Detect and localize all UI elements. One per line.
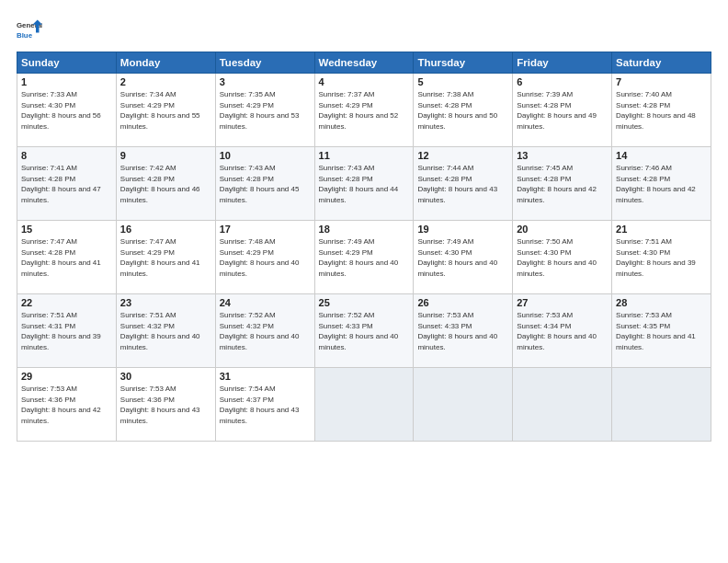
cell-text: Sunrise: 7:53 AMSunset: 4:36 PMDaylight:… — [21, 385, 101, 425]
calendar-cell: 11 Sunrise: 7:43 AMSunset: 4:28 PMDaylig… — [314, 147, 414, 221]
header-day-monday: Monday — [116, 52, 215, 74]
calendar-cell: 1 Sunrise: 7:33 AMSunset: 4:30 PMDayligh… — [17, 74, 117, 147]
cell-text: Sunrise: 7:46 AMSunset: 4:28 PMDaylight:… — [616, 164, 696, 204]
week-row-3: 15 Sunrise: 7:47 AMSunset: 4:28 PMDaylig… — [17, 221, 711, 294]
day-number: 14 — [616, 150, 707, 161]
calendar-cell: 24 Sunrise: 7:52 AMSunset: 4:32 PMDaylig… — [215, 294, 314, 368]
calendar-cell: 25 Sunrise: 7:52 AMSunset: 4:33 PMDaylig… — [314, 294, 414, 368]
cell-text: Sunrise: 7:41 AMSunset: 4:28 PMDaylight:… — [21, 164, 101, 204]
header-day-tuesday: Tuesday — [215, 52, 314, 74]
week-row-1: 1 Sunrise: 7:33 AMSunset: 4:30 PMDayligh… — [17, 74, 711, 147]
cell-text: Sunrise: 7:52 AMSunset: 4:33 PMDaylight:… — [319, 311, 399, 351]
calendar-cell: 12 Sunrise: 7:44 AMSunset: 4:28 PMDaylig… — [414, 147, 513, 221]
calendar-cell: 23 Sunrise: 7:51 AMSunset: 4:32 PMDaylig… — [116, 294, 215, 368]
day-number: 18 — [319, 224, 410, 235]
calendar-cell: 17 Sunrise: 7:48 AMSunset: 4:29 PMDaylig… — [215, 221, 314, 294]
day-number: 10 — [220, 150, 311, 161]
calendar-cell — [612, 368, 711, 442]
calendar-cell: 8 Sunrise: 7:41 AMSunset: 4:28 PMDayligh… — [17, 147, 117, 221]
calendar-cell: 19 Sunrise: 7:49 AMSunset: 4:30 PMDaylig… — [414, 221, 513, 294]
header-day-friday: Friday — [513, 52, 612, 74]
day-number: 11 — [319, 150, 410, 161]
day-number: 28 — [616, 297, 707, 308]
calendar-cell — [314, 368, 414, 442]
day-number: 7 — [616, 76, 707, 87]
cell-text: Sunrise: 7:51 AMSunset: 4:30 PMDaylight:… — [616, 237, 696, 278]
week-row-4: 22 Sunrise: 7:51 AMSunset: 4:31 PMDaylig… — [17, 294, 711, 368]
cell-text: Sunrise: 7:40 AMSunset: 4:28 PMDaylight:… — [616, 90, 696, 131]
cell-text: Sunrise: 7:43 AMSunset: 4:28 PMDaylight:… — [220, 164, 300, 204]
cell-text: Sunrise: 7:53 AMSunset: 4:34 PMDaylight:… — [517, 311, 597, 351]
cell-text: Sunrise: 7:49 AMSunset: 4:29 PMDaylight:… — [319, 237, 399, 278]
day-number: 29 — [21, 371, 112, 382]
header-day-sunday: Sunday — [17, 52, 117, 74]
day-number: 8 — [21, 150, 112, 161]
calendar-cell: 16 Sunrise: 7:47 AMSunset: 4:29 PMDaylig… — [116, 221, 215, 294]
day-number: 24 — [220, 297, 311, 308]
cell-text: Sunrise: 7:39 AMSunset: 4:28 PMDaylight:… — [517, 90, 597, 131]
cell-text: Sunrise: 7:53 AMSunset: 4:36 PMDaylight:… — [120, 385, 200, 425]
day-number: 16 — [120, 224, 211, 235]
day-number: 26 — [417, 297, 508, 308]
calendar-cell: 10 Sunrise: 7:43 AMSunset: 4:28 PMDaylig… — [215, 147, 314, 221]
day-number: 1 — [21, 76, 112, 87]
day-number: 31 — [220, 371, 311, 382]
header: General Blue — [17, 17, 711, 42]
day-number: 27 — [517, 297, 608, 308]
cell-text: Sunrise: 7:48 AMSunset: 4:29 PMDaylight:… — [220, 237, 300, 278]
cell-text: Sunrise: 7:35 AMSunset: 4:29 PMDaylight:… — [220, 90, 300, 131]
cell-text: Sunrise: 7:43 AMSunset: 4:28 PMDaylight:… — [319, 164, 399, 204]
cell-text: Sunrise: 7:45 AMSunset: 4:28 PMDaylight:… — [517, 164, 597, 204]
day-number: 12 — [417, 150, 508, 161]
calendar-cell — [414, 368, 513, 442]
day-number: 2 — [120, 76, 211, 87]
day-number: 13 — [517, 150, 608, 161]
cell-text: Sunrise: 7:38 AMSunset: 4:28 PMDaylight:… — [417, 90, 497, 131]
cell-text: Sunrise: 7:42 AMSunset: 4:28 PMDaylight:… — [120, 164, 200, 204]
calendar-cell: 13 Sunrise: 7:45 AMSunset: 4:28 PMDaylig… — [513, 147, 612, 221]
day-number: 6 — [517, 76, 608, 87]
day-number: 25 — [319, 297, 410, 308]
calendar-cell: 22 Sunrise: 7:51 AMSunset: 4:31 PMDaylig… — [17, 294, 117, 368]
day-number: 30 — [120, 371, 211, 382]
day-number: 9 — [120, 150, 211, 161]
week-row-2: 8 Sunrise: 7:41 AMSunset: 4:28 PMDayligh… — [17, 147, 711, 221]
day-number: 5 — [417, 76, 508, 87]
cell-text: Sunrise: 7:44 AMSunset: 4:28 PMDaylight:… — [417, 164, 497, 204]
calendar-cell: 29 Sunrise: 7:53 AMSunset: 4:36 PMDaylig… — [17, 368, 117, 442]
cell-text: Sunrise: 7:37 AMSunset: 4:29 PMDaylight:… — [319, 90, 399, 131]
calendar-cell: 28 Sunrise: 7:53 AMSunset: 4:35 PMDaylig… — [612, 294, 711, 368]
day-number: 3 — [220, 76, 311, 87]
header-day-thursday: Thursday — [414, 52, 513, 74]
cell-text: Sunrise: 7:50 AMSunset: 4:30 PMDaylight:… — [517, 237, 597, 278]
cell-text: Sunrise: 7:49 AMSunset: 4:30 PMDaylight:… — [417, 237, 497, 278]
calendar-cell: 20 Sunrise: 7:50 AMSunset: 4:30 PMDaylig… — [513, 221, 612, 294]
calendar-cell: 4 Sunrise: 7:37 AMSunset: 4:29 PMDayligh… — [314, 74, 414, 147]
calendar-cell: 5 Sunrise: 7:38 AMSunset: 4:28 PMDayligh… — [414, 74, 513, 147]
cell-text: Sunrise: 7:53 AMSunset: 4:35 PMDaylight:… — [616, 311, 696, 351]
calendar-cell: 27 Sunrise: 7:53 AMSunset: 4:34 PMDaylig… — [513, 294, 612, 368]
cell-text: Sunrise: 7:33 AMSunset: 4:30 PMDaylight:… — [21, 90, 101, 131]
logo: General Blue — [17, 17, 42, 42]
calendar-cell: 30 Sunrise: 7:53 AMSunset: 4:36 PMDaylig… — [116, 368, 215, 442]
calendar-cell: 21 Sunrise: 7:51 AMSunset: 4:30 PMDaylig… — [612, 221, 711, 294]
calendar-cell — [513, 368, 612, 442]
calendar-cell: 9 Sunrise: 7:42 AMSunset: 4:28 PMDayligh… — [116, 147, 215, 221]
calendar-cell: 26 Sunrise: 7:53 AMSunset: 4:33 PMDaylig… — [414, 294, 513, 368]
calendar-body: 1 Sunrise: 7:33 AMSunset: 4:30 PMDayligh… — [17, 74, 711, 442]
day-number: 4 — [319, 76, 410, 87]
day-number: 22 — [21, 297, 112, 308]
cell-text: Sunrise: 7:53 AMSunset: 4:33 PMDaylight:… — [417, 311, 497, 351]
calendar-cell: 2 Sunrise: 7:34 AMSunset: 4:29 PMDayligh… — [116, 74, 215, 147]
calendar-cell: 14 Sunrise: 7:46 AMSunset: 4:28 PMDaylig… — [612, 147, 711, 221]
day-number: 20 — [517, 224, 608, 235]
header-day-wednesday: Wednesday — [314, 52, 414, 74]
calendar-table: SundayMondayTuesdayWednesdayThursdayFrid… — [17, 52, 711, 442]
day-number: 19 — [417, 224, 508, 235]
svg-text:Blue: Blue — [17, 31, 33, 40]
calendar-cell: 31 Sunrise: 7:54 AMSunset: 4:37 PMDaylig… — [215, 368, 314, 442]
cell-text: Sunrise: 7:47 AMSunset: 4:29 PMDaylight:… — [120, 237, 200, 278]
calendar-cell: 15 Sunrise: 7:47 AMSunset: 4:28 PMDaylig… — [17, 221, 117, 294]
logo-icon: General Blue — [17, 17, 42, 42]
cell-text: Sunrise: 7:47 AMSunset: 4:28 PMDaylight:… — [21, 237, 101, 278]
